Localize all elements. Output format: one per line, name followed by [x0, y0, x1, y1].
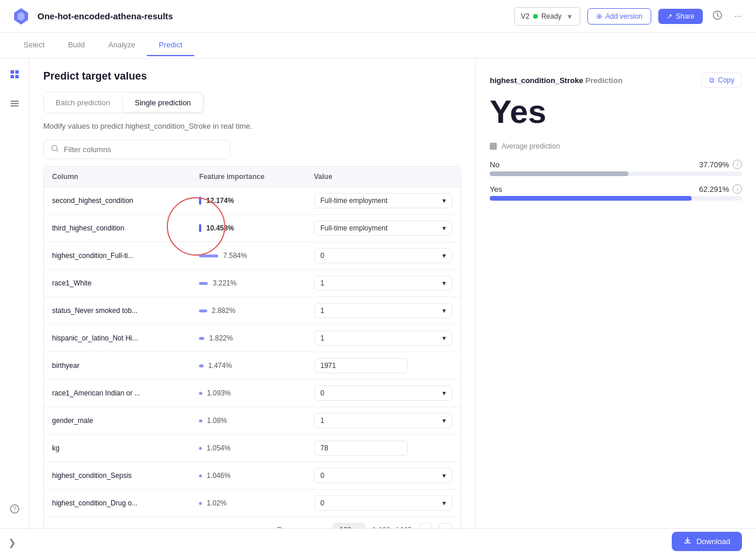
- importance-bar: [199, 254, 218, 257]
- column-cell: race1_White: [44, 270, 191, 297]
- value-cell[interactable]: [306, 435, 461, 462]
- importance-cell: 1.093%: [191, 380, 305, 407]
- value-select[interactable]: 0▾: [314, 248, 452, 263]
- history-button[interactable]: [710, 8, 725, 25]
- value-cell[interactable]: 1▾: [306, 270, 461, 297]
- value-select[interactable]: 1▾: [314, 276, 452, 291]
- filter-columns-input[interactable]: [64, 145, 223, 154]
- value-cell[interactable]: 0▾: [306, 462, 461, 490]
- importance-bar-container: 1.474%: [199, 362, 297, 370]
- add-version-button[interactable]: ⊕ Add version: [587, 8, 651, 25]
- version-chevron-button[interactable]: ▾: [565, 11, 574, 22]
- more-options-button[interactable]: ⋯: [732, 9, 744, 23]
- tab-select[interactable]: Select: [12, 35, 56, 56]
- table-row: highest_condition_Drug o...1.02%0▾: [44, 490, 461, 517]
- tab-build[interactable]: Build: [56, 35, 97, 56]
- download-icon: [683, 536, 692, 546]
- importance-pct: 1.046%: [207, 472, 231, 480]
- value-input[interactable]: [314, 441, 408, 456]
- importance-bar-container: 12.174%: [199, 197, 297, 205]
- importance-bar: [199, 224, 201, 232]
- prob-header-no: No 37.709% i: [490, 160, 742, 169]
- prob-pct-yes: 62.291% i: [699, 184, 742, 194]
- svg-rect-4: [15, 70, 19, 74]
- chevron-down-icon: ▾: [442, 252, 446, 260]
- value-cell[interactable]: [306, 352, 461, 380]
- table-row: third_highest_condition10.458%Full-time …: [44, 215, 461, 242]
- col-header-importance: Feature importance: [191, 167, 305, 187]
- info-icon-yes[interactable]: i: [733, 184, 742, 194]
- copy-icon: ⧉: [709, 76, 714, 84]
- avg-square-icon: [490, 143, 497, 150]
- value-cell[interactable]: Full-time employment▾: [306, 215, 461, 242]
- importance-pct: 1.054%: [207, 444, 231, 452]
- value-select[interactable]: 0▾: [314, 386, 452, 401]
- batch-prediction-tab[interactable]: Batch prediction: [44, 92, 122, 113]
- version-badge[interactable]: V2 Ready ▾: [514, 7, 580, 26]
- select-value: 1: [321, 307, 325, 315]
- download-button[interactable]: Download: [672, 532, 742, 551]
- chevron-down-icon: ▾: [442, 417, 446, 425]
- value-select[interactable]: 0▾: [314, 468, 452, 483]
- status-text: Ready: [541, 12, 562, 20]
- value-cell[interactable]: 0▾: [306, 242, 461, 270]
- importance-pct: 2.882%: [212, 307, 236, 315]
- value-input[interactable]: [314, 358, 408, 373]
- importance-bar-container: 1.046%: [199, 472, 297, 480]
- col-header-column: Column: [44, 167, 191, 187]
- info-icon-no[interactable]: i: [733, 160, 742, 169]
- value-cell[interactable]: 0▾: [306, 380, 461, 407]
- sidebar-icon-help[interactable]: ?: [6, 500, 23, 518]
- value-select[interactable]: Full-time employment▾: [314, 221, 452, 236]
- prediction-value: Yes: [490, 92, 742, 130]
- value-select[interactable]: 1▾: [314, 331, 452, 346]
- select-value: 1: [321, 334, 325, 342]
- column-cell: status_Never smoked tob...: [44, 297, 191, 325]
- value-select[interactable]: 1▾: [314, 413, 452, 428]
- prediction-header: highest_condition_Stroke Prediction ⧉ Co…: [490, 73, 742, 88]
- column-cell: highest_condition_Full-ti...: [44, 242, 191, 270]
- main-layout: ? Predict target values Batch prediction…: [0, 59, 756, 554]
- value-select[interactable]: 1▾: [314, 303, 452, 318]
- table-row: race1_White3.221%1▾: [44, 270, 461, 297]
- svg-rect-5: [11, 75, 14, 78]
- importance-pct: 1.02%: [207, 499, 226, 507]
- importance-cell: 7.584%: [191, 242, 305, 270]
- sidebar-icon-grid[interactable]: [6, 66, 23, 83]
- value-select[interactable]: Full-time employment▾: [314, 193, 452, 208]
- chevron-down-icon: ▾: [442, 197, 446, 205]
- value-cell[interactable]: Full-time employment▾: [306, 187, 461, 215]
- importance-bar: [199, 502, 202, 505]
- chevron-down-icon: ▾: [442, 307, 446, 315]
- svg-rect-9: [11, 105, 19, 106]
- svg-rect-8: [11, 103, 19, 104]
- importance-cell: 1.474%: [191, 352, 305, 380]
- tab-navigation: Select Build Analyze Predict: [0, 33, 756, 59]
- prob-item-yes: Yes 62.291% i: [490, 184, 742, 201]
- column-cell: third_highest_condition: [44, 215, 191, 242]
- sidebar-icon-list[interactable]: [6, 95, 23, 112]
- select-value: 0: [321, 252, 325, 260]
- copy-button[interactable]: ⧉ Copy: [702, 73, 742, 88]
- value-cell[interactable]: 1▾: [306, 407, 461, 435]
- tab-analyze[interactable]: Analyze: [97, 35, 147, 56]
- value-cell[interactable]: 1▾: [306, 297, 461, 325]
- value-cell[interactable]: 1▾: [306, 325, 461, 352]
- importance-pct: 1.474%: [208, 362, 232, 370]
- table-row: race1_American Indian or ...1.093%0▾: [44, 380, 461, 407]
- value-select[interactable]: 0▾: [314, 495, 452, 511]
- share-button[interactable]: ↗ Share: [658, 9, 703, 24]
- importance-bar: [199, 309, 207, 312]
- filter-bar[interactable]: [43, 140, 231, 159]
- tab-predict[interactable]: Predict: [147, 35, 194, 56]
- expand-sidebar-button[interactable]: ❯: [8, 537, 16, 548]
- version-label: V2: [521, 12, 530, 20]
- importance-bar: [199, 337, 204, 340]
- search-icon: [51, 144, 59, 154]
- importance-bar-container: 2.882%: [199, 307, 297, 315]
- chevron-down-icon: ▾: [442, 224, 446, 232]
- single-prediction-tab[interactable]: Single prediction: [123, 94, 202, 112]
- importance-bar-container: 10.458%: [199, 224, 297, 232]
- value-cell[interactable]: 0▾: [306, 490, 461, 517]
- table-row: gender_male1.08%1▾: [44, 407, 461, 435]
